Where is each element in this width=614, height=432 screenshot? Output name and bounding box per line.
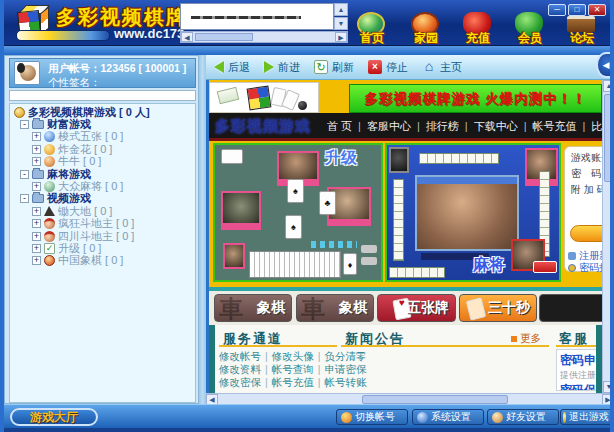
- go-stone-graphic: [298, 101, 307, 110]
- exit-game-button[interactable]: 退出游戏: [560, 409, 612, 425]
- service-link[interactable]: 负分清零: [314, 350, 367, 362]
- tree-item-zhajinhua[interactable]: 炸金花 [ 0 ]: [32, 143, 195, 155]
- service-link[interactable]: 修改帐号: [219, 350, 261, 362]
- page-horizontal-scrollbar[interactable]: ◀ ▶: [206, 393, 614, 404]
- marquee-scrollbar-thumb[interactable]: [195, 33, 253, 41]
- banner-label: 五张牌: [407, 299, 449, 317]
- minimize-button[interactable]: ─: [548, 4, 566, 16]
- menu-matches[interactable]: 比赛中心: [577, 120, 603, 132]
- topnav-home[interactable]: 首页: [346, 4, 398, 44]
- banner-xiangqi-2[interactable]: 車 象棋: [296, 294, 374, 322]
- banner-thirty-seconds[interactable]: 三十秒: [459, 294, 537, 322]
- service-link[interactable]: 申请密保: [314, 363, 367, 375]
- menu-home[interactable]: 首 页: [327, 120, 352, 132]
- vertical-scrollbar-thumb[interactable]: [604, 94, 614, 182]
- horizontal-scrollbar-thumb[interactable]: [362, 395, 508, 404]
- marquee-scroll-left-button[interactable]: ◀: [181, 32, 193, 42]
- tree-expand-toggle[interactable]: [32, 132, 41, 141]
- refresh-button[interactable]: 刷新: [314, 60, 354, 75]
- tree-expand-toggle[interactable]: [32, 145, 41, 154]
- menu-recharge[interactable]: 帐号充值: [518, 120, 577, 132]
- topnav-recharge-label: 充值: [452, 30, 504, 47]
- mahjong-tile-row-bottom: [389, 267, 445, 278]
- friends-icon: [492, 412, 503, 423]
- signature-box[interactable]: [9, 90, 196, 101]
- panel-splitter[interactable]: [199, 55, 206, 404]
- avatar[interactable]: [14, 61, 40, 85]
- banner-xiangqi-1[interactable]: 車 象棋: [214, 294, 292, 322]
- menu-ranking[interactable]: 排行榜: [411, 120, 459, 132]
- password-recover-link[interactable]: 密码找回: [568, 261, 602, 275]
- announcement-marquee[interactable]: [180, 3, 334, 30]
- switch-account-button[interactable]: 切换帐号: [336, 409, 408, 425]
- tree-item-five-cards[interactable]: 梭式五张 [ 0 ]: [32, 131, 195, 143]
- menu-support[interactable]: 客服中心: [352, 120, 411, 132]
- card-graphic: [466, 297, 486, 320]
- support-underline: [556, 345, 596, 347]
- service-link[interactable]: 修改密保: [219, 376, 261, 388]
- tree-item-chinese-chess[interactable]: 中国象棋 [ 0 ]: [32, 255, 195, 267]
- played-card: ♠: [287, 179, 304, 203]
- mahjong-game-screenshot[interactable]: 麻将: [385, 143, 561, 282]
- tree-expand-toggle[interactable]: [32, 256, 41, 265]
- system-settings-label: 系统设置: [431, 410, 471, 424]
- tree-expand-toggle[interactable]: [32, 157, 41, 166]
- close-button[interactable]: ✕: [588, 4, 606, 16]
- exit-game-label: 退出游戏: [569, 410, 609, 424]
- logo-gradient-strip: [16, 30, 110, 41]
- service-link[interactable]: 帐号充值: [261, 376, 314, 388]
- collapse-sidebar-button[interactable]: [596, 52, 614, 78]
- topnav-homeland[interactable]: 家园: [400, 4, 452, 44]
- service-link[interactable]: 修改头像: [261, 350, 314, 362]
- tree-collapse-toggle[interactable]: [20, 194, 29, 203]
- service-link[interactable]: 帐号查询: [261, 363, 314, 375]
- stop-button[interactable]: 停止: [368, 60, 408, 75]
- player-video-center: [415, 175, 519, 251]
- refresh-icon: [314, 60, 328, 74]
- upgrade-game-screenshot[interactable]: 升级 ♠ ♣ ♠ ♦: [213, 143, 383, 282]
- home-house-icon: [422, 60, 436, 74]
- mahjong-tile-graphic: [217, 87, 240, 104]
- tree-collapse-toggle[interactable]: [20, 170, 29, 179]
- back-button[interactable]: 后退: [214, 60, 250, 75]
- tree-root[interactable]: 多彩视频棋牌游戏 [ 0 人]: [14, 106, 195, 118]
- topnav-forum-label: 论坛: [556, 30, 608, 47]
- topnav-recharge[interactable]: 充值: [452, 4, 504, 44]
- service-links-row: 修改资料帐号查询申请密保: [219, 363, 366, 377]
- marquee-horizontal-scrollbar[interactable]: ◀ ▶: [180, 31, 348, 43]
- scroll-down-button[interactable]: ▼: [603, 381, 614, 393]
- system-settings-button[interactable]: 系统设置: [412, 409, 484, 425]
- site-banner-logo[interactable]: [209, 82, 319, 113]
- tree-expand-toggle[interactable]: [32, 219, 41, 228]
- settings-icon: [417, 412, 428, 423]
- promo-banner[interactable]: 多彩视频棋牌游戏 火爆内测中！！: [349, 84, 602, 113]
- news-more-link[interactable]: 更多: [511, 332, 541, 346]
- service-link[interactable]: 帐号转账: [314, 376, 367, 388]
- maximize-button[interactable]: □: [568, 4, 586, 16]
- tree-expand-toggle[interactable]: [32, 207, 41, 216]
- magnifier-icon: [568, 264, 576, 272]
- tree-expand-toggle[interactable]: [32, 244, 41, 253]
- menu-download[interactable]: 下载中心: [459, 120, 518, 132]
- game-tree: 多彩视频棋牌游戏 [ 0 人] 财富游戏 梭式五张 [ 0 ] 炸金花 [ 0 …: [9, 103, 196, 403]
- game-hall-button[interactable]: 游戏大厅: [10, 408, 98, 426]
- doudizhu-boy-icon: [44, 231, 55, 242]
- friend-settings-button[interactable]: 好友设置: [487, 409, 559, 425]
- banner-empty[interactable]: [539, 294, 602, 322]
- stop-icon: [368, 60, 382, 74]
- tree-expand-toggle[interactable]: [32, 182, 41, 191]
- service-link[interactable]: 修改资料: [219, 363, 261, 375]
- game-banner-strip: 車 象棋 車 象棋 ♥ 五张牌 三十秒: [209, 291, 602, 325]
- home-button[interactable]: 主页: [422, 60, 462, 75]
- banner-five-cards[interactable]: ♥ 五张牌: [377, 294, 456, 322]
- scroll-up-button[interactable]: ▲: [603, 80, 614, 92]
- sidebar-panel: 用户帐号：123456 [ 100001 ] 个性签名： 多彩视频棋牌游戏 [ …: [4, 55, 199, 404]
- tree-collapse-toggle[interactable]: [20, 120, 29, 129]
- support-box[interactable]: 密码申诉 提供注册 密码保护: [556, 349, 596, 391]
- tree-expand-toggle[interactable]: [32, 232, 41, 241]
- login-submit-button[interactable]: [570, 225, 602, 242]
- page-vertical-scrollbar[interactable]: ▲ ▼: [602, 80, 614, 393]
- tree-item-sichuan-doudizhu[interactable]: 四川斗地主 [ 0 ]: [32, 230, 195, 242]
- forward-button[interactable]: 前进: [264, 60, 300, 75]
- service-underline: [219, 345, 337, 347]
